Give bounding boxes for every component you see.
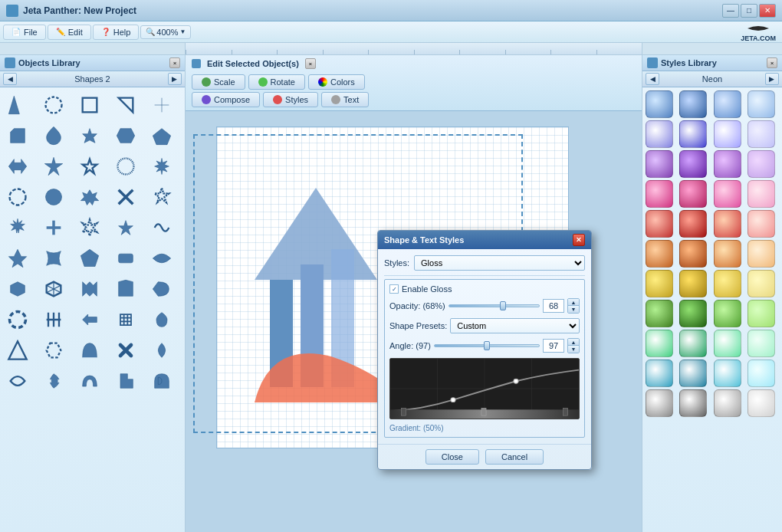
opacity-up[interactable]: ▲ [568, 299, 579, 306]
style-item[interactable] [679, 90, 707, 118]
objects-library-close[interactable]: × [169, 57, 180, 68]
style-item[interactable] [748, 330, 775, 357]
zoom-control[interactable]: 🔍 400% ▼ [140, 25, 191, 39]
style-item[interactable] [748, 120, 775, 148]
shape-item[interactable] [111, 90, 140, 120]
shape-item[interactable] [111, 244, 140, 273]
style-item[interactable] [714, 300, 741, 327]
shape-item[interactable] [147, 274, 176, 304]
shape-item[interactable] [75, 336, 104, 365]
shape-item[interactable] [3, 121, 32, 150]
shape-item[interactable] [75, 244, 104, 273]
shape-item[interactable] [39, 274, 68, 304]
style-item[interactable] [679, 300, 707, 327]
close-button[interactable]: ✕ [759, 4, 776, 18]
style-item[interactable] [748, 240, 775, 268]
shape-item[interactable] [3, 336, 32, 365]
shape-item[interactable] [3, 244, 32, 273]
rotate-button[interactable]: Rotate [248, 74, 305, 90]
enable-gloss-checkbox[interactable]: ✓ [389, 284, 399, 294]
style-item[interactable] [748, 150, 775, 178]
shape-item[interactable] [3, 152, 32, 181]
style-item[interactable] [646, 270, 673, 297]
angle-up[interactable]: ▲ [568, 339, 579, 346]
style-item[interactable] [679, 330, 707, 357]
style-item[interactable] [714, 270, 741, 297]
style-item[interactable] [679, 150, 707, 178]
style-item[interactable] [646, 330, 673, 357]
opacity-thumb[interactable] [500, 301, 506, 310]
cancel-dialog-button[interactable]: Cancel [485, 449, 544, 465]
shape-item[interactable] [111, 274, 140, 304]
dialog-scrollable[interactable]: ✓ Enable Gloss Opacity: (68%) 68 ▲ [384, 279, 585, 438]
style-item[interactable] [714, 90, 741, 118]
shape-item[interactable] [39, 305, 68, 334]
shape-item[interactable] [75, 274, 104, 304]
style-item[interactable] [748, 270, 775, 297]
styles-button[interactable]: Styles [263, 92, 318, 107]
style-item[interactable] [748, 90, 775, 118]
shape-item[interactable] [75, 366, 104, 396]
style-item[interactable] [679, 360, 707, 387]
shape-item[interactable] [111, 152, 140, 181]
style-item[interactable] [646, 240, 673, 268]
shape-item[interactable] [111, 121, 140, 150]
style-item[interactable] [748, 210, 775, 238]
style-item[interactable] [714, 360, 741, 387]
style-item[interactable] [646, 300, 673, 327]
opacity-spinner[interactable]: ▲ ▼ [567, 298, 580, 314]
shape-item[interactable] [147, 244, 176, 273]
shape-item[interactable] [39, 244, 68, 273]
minimize-button[interactable]: — [722, 4, 739, 18]
shape-presets-select[interactable]: Custom [450, 318, 580, 333]
styles-select[interactable]: Gloss [414, 255, 585, 271]
scale-button[interactable]: Scale [192, 74, 245, 90]
shape-item[interactable] [39, 90, 68, 120]
compose-button[interactable]: Compose [192, 92, 260, 107]
style-item[interactable] [646, 210, 673, 238]
style-item[interactable] [714, 180, 741, 208]
edit-menu[interactable]: ✏️ Edit [48, 25, 91, 40]
shape-item[interactable] [111, 366, 140, 396]
style-item[interactable] [679, 120, 707, 148]
shape-item[interactable] [111, 182, 140, 212]
shape-item[interactable] [111, 336, 140, 365]
shape-item[interactable] [75, 90, 104, 120]
angle-down[interactable]: ▼ [568, 346, 579, 353]
style-item[interactable] [679, 389, 707, 417]
style-item[interactable] [748, 360, 775, 387]
edit-panel-close[interactable]: × [305, 58, 316, 69]
canvas-container[interactable]: Shape & Text Styles ✕ Styles: Gloss [186, 111, 642, 532]
style-item[interactable] [714, 120, 741, 148]
style-item[interactable] [679, 240, 707, 268]
shape-item[interactable] [147, 152, 176, 181]
dialog-close-button[interactable]: ✕ [573, 234, 585, 246]
style-item[interactable] [714, 150, 741, 178]
shape-item[interactable] [3, 90, 32, 120]
shape-item[interactable] [3, 182, 32, 212]
shape-item[interactable] [75, 213, 104, 242]
shape-item[interactable] [147, 90, 176, 120]
shape-item[interactable] [147, 182, 176, 212]
shape-item[interactable] [111, 305, 140, 334]
shape-item[interactable] [147, 336, 176, 365]
angle-slider[interactable] [434, 344, 540, 347]
help-menu[interactable]: ❓ Help [93, 25, 140, 40]
text-button[interactable]: Text [321, 92, 369, 107]
style-item[interactable] [646, 90, 673, 118]
shape-item[interactable] [75, 121, 104, 150]
shape-item[interactable] [75, 152, 104, 181]
style-item[interactable] [714, 240, 741, 268]
shape-item[interactable] [147, 305, 176, 334]
shape-item[interactable] [39, 213, 68, 242]
shape-item[interactable] [147, 213, 176, 242]
shape-item[interactable] [147, 121, 176, 150]
style-item[interactable] [714, 210, 741, 238]
objects-next-btn[interactable]: ▶ [168, 73, 182, 85]
style-item[interactable] [679, 270, 707, 297]
objects-prev-btn[interactable]: ◀ [3, 73, 17, 85]
shape-item[interactable] [111, 213, 140, 242]
style-item[interactable] [714, 330, 741, 357]
shape-item[interactable] [3, 274, 32, 304]
style-item[interactable] [646, 180, 673, 208]
